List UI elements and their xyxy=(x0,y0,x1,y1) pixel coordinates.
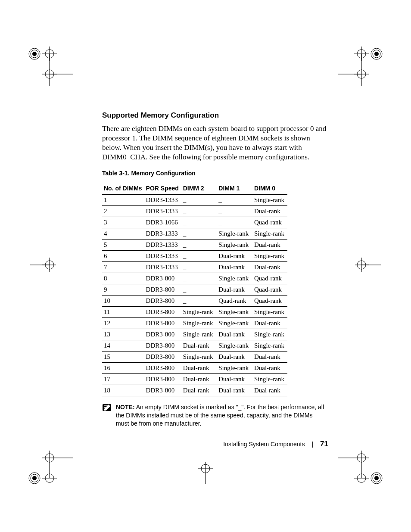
table-row: 8DDR3-800_Single-rankQuad-rank xyxy=(102,273,287,284)
intro-paragraph: There are eighteen DIMMs on each system … xyxy=(102,124,330,162)
svg-point-1 xyxy=(31,50,38,58)
table-row: 11DDR3-800Single-rankSingle-rankSingle-r… xyxy=(102,307,287,318)
table-cell: 15 xyxy=(102,352,144,363)
table-cell: DDR3-1333 xyxy=(144,240,181,251)
table-cell: 16 xyxy=(102,363,144,374)
table-cell: Single-rank xyxy=(181,318,217,329)
note-body: An empty DIMM socket is marked as "_". F… xyxy=(116,404,324,427)
table-cell: DDR3-1333 xyxy=(144,251,181,262)
svg-point-2 xyxy=(32,52,37,56)
print-registration-mark xyxy=(195,462,216,484)
table-cell: 11 xyxy=(102,307,144,318)
footer-section-title: Installing System Components xyxy=(223,441,305,448)
page-footer: Installing System Components | 71 xyxy=(0,440,411,448)
table-cell: Single-rank xyxy=(217,240,252,251)
table-cell: DDR3-800 xyxy=(144,273,181,284)
table-cell: Dual-rank xyxy=(181,340,217,352)
memory-configuration-table: No. of DIMMs POR Speed DIMM 2 DIMM 1 DIM… xyxy=(102,182,287,396)
table-row: 13DDR3-800Single-rankDual-rankSingle-ran… xyxy=(102,329,287,340)
table-cell: DDR3-800 xyxy=(144,363,181,374)
table-cell: DDR3-800 xyxy=(144,340,181,352)
section-heading: Supported Memory Configuration xyxy=(102,111,330,120)
table-cell: 12 xyxy=(102,318,144,329)
svg-point-16 xyxy=(374,52,379,56)
table-cell: 13 xyxy=(102,329,144,340)
svg-point-41 xyxy=(371,473,382,484)
table-row: 12DDR3-800Single-rankSingle-rankDual-ran… xyxy=(102,318,287,329)
table-cell: Dual-rank xyxy=(252,262,287,273)
table-cell: Single-rank xyxy=(252,195,287,206)
table-row: 15DDR3-800Single-rankDual-rankDual-rank xyxy=(102,352,287,363)
table-cell: 18 xyxy=(102,385,144,396)
print-registration-mark xyxy=(338,446,385,498)
table-row: 1DDR3-1333__Single-rank xyxy=(102,195,287,206)
table-cell: Dual-rank xyxy=(217,329,252,340)
table-cell: Dual-rank xyxy=(252,318,287,329)
table-cell: Single-rank xyxy=(252,307,287,318)
table-cell: 10 xyxy=(102,296,144,307)
table-cell: Quad-rank xyxy=(252,296,287,307)
table-cell: Dual-rank xyxy=(252,352,287,363)
table-cell: DDR3-800 xyxy=(144,307,181,318)
table-cell: _ xyxy=(181,228,217,240)
svg-point-39 xyxy=(357,474,366,482)
svg-point-36 xyxy=(357,454,366,462)
note-label: NOTE: xyxy=(116,404,135,411)
table-cell: Dual-rank xyxy=(181,374,217,385)
table-cell: DDR3-1333 xyxy=(144,206,181,217)
col-header: DIMM 2 xyxy=(181,182,217,195)
table-cell: 14 xyxy=(102,340,144,352)
col-header: POR Speed xyxy=(144,182,181,195)
table-row: 9DDR3-800_Dual-rankQuad-rank xyxy=(102,284,287,296)
table-cell: _ xyxy=(217,206,252,217)
table-cell: Single-rank xyxy=(252,228,287,240)
note-text: NOTE: An empty DIMM socket is marked as … xyxy=(116,403,326,428)
table-cell: Quad-rank xyxy=(252,217,287,228)
table-cell: _ xyxy=(181,195,217,206)
table-cell: DDR3-800 xyxy=(144,296,181,307)
table-cell: Quad-rank xyxy=(252,273,287,284)
print-registration-mark xyxy=(338,34,385,86)
table-cell: DDR3-800 xyxy=(144,385,181,396)
table-cell: Single-rank xyxy=(252,374,287,385)
svg-point-20 xyxy=(45,261,54,269)
svg-point-34 xyxy=(45,474,54,482)
table-row: 5DDR3-1333_Single-rankDual-rank xyxy=(102,240,287,251)
table-cell: DDR3-800 xyxy=(144,318,181,329)
print-registration-mark xyxy=(26,446,73,498)
svg-point-17 xyxy=(357,70,366,78)
table-row: 6DDR3-1333_Dual-rankSingle-rank xyxy=(102,251,287,262)
table-cell: Single-rank xyxy=(217,307,252,318)
svg-point-24 xyxy=(357,261,366,269)
table-cell: DDR3-1333 xyxy=(144,228,181,240)
svg-point-0 xyxy=(29,48,40,59)
table-cell: DDR3-800 xyxy=(144,352,181,363)
svg-point-10 xyxy=(357,50,366,58)
print-registration-mark xyxy=(355,256,381,274)
table-cell: 8 xyxy=(102,273,144,284)
table-row: 14DDR3-800Dual-rankSingle-rankSingle-ran… xyxy=(102,340,287,352)
table-cell: DDR3-1066 xyxy=(144,217,181,228)
table-caption: Table 3-1. Memory Configuration xyxy=(102,170,330,177)
table-cell: Dual-rank xyxy=(217,251,252,262)
table-cell: _ xyxy=(181,284,217,296)
table-row: 10DDR3-800_Quad-rankQuad-rank xyxy=(102,296,287,307)
table-cell: Quad-rank xyxy=(217,296,252,307)
table-cell: _ xyxy=(181,240,217,251)
table-row: 17DDR3-800Dual-rankDual-rankSingle-rank xyxy=(102,374,287,385)
table-cell: Single-rank xyxy=(252,340,287,352)
table-cell: DDR3-800 xyxy=(144,329,181,340)
table-cell: Dual-rank xyxy=(217,262,252,273)
table-cell: Single-rank xyxy=(181,352,217,363)
table-cell: _ xyxy=(217,195,252,206)
table-cell: DDR3-800 xyxy=(144,284,181,296)
table-cell: Single-rank xyxy=(252,329,287,340)
table-cell: 6 xyxy=(102,251,144,262)
print-registration-mark xyxy=(26,34,73,86)
table-cell: Dual-rank xyxy=(217,284,252,296)
footer-separator: | xyxy=(311,441,313,448)
table-cell: Dual-rank xyxy=(217,374,252,385)
table-cell: 3 xyxy=(102,217,144,228)
table-row: 4DDR3-1333_Single-rankSingle-rank xyxy=(102,228,287,240)
svg-point-32 xyxy=(31,474,38,482)
